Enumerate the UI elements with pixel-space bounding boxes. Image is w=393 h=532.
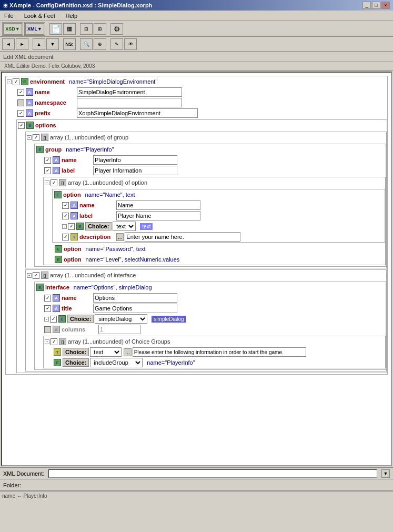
opt1-label-checkbox[interactable] xyxy=(62,213,69,219)
choice-include-label: Choice: xyxy=(63,358,89,367)
search-button[interactable]: 🔍 xyxy=(80,38,93,50)
opt1-name-checkbox[interactable] xyxy=(62,202,69,209)
iface-columns-input[interactable] xyxy=(98,325,140,334)
opt1-choice-checkbox[interactable] xyxy=(68,223,75,230)
group-label-checkbox[interactable] xyxy=(44,167,51,174)
opt1-choice-expand[interactable]: - xyxy=(62,224,67,229)
env-name-row: A name xyxy=(16,87,387,97)
iface-choice-expand[interactable]: - xyxy=(44,317,49,322)
array-choice-groups-expand[interactable]: - xyxy=(45,339,49,344)
array-option-row: - [] array (1...unbounded) of option xyxy=(44,177,385,188)
new-file-button[interactable]: 📄 xyxy=(49,23,62,35)
split-v-button[interactable]: ⊟ xyxy=(80,23,93,35)
environment-checkbox[interactable] xyxy=(13,78,19,85)
xml-doc-scroll[interactable]: ▼ xyxy=(381,469,390,478)
up-button[interactable]: ▲ xyxy=(33,38,45,50)
environment-attr: name="SimpleDialogEnvironment" xyxy=(69,78,157,85)
option2-attr: name="Password", text xyxy=(86,246,146,252)
ns-button[interactable]: NS: xyxy=(63,38,76,50)
options-label: options xyxy=(35,122,56,128)
menu-look-feel[interactable]: Look & Feel xyxy=(22,12,57,19)
group-name-icon: A xyxy=(52,156,61,164)
xml-doc-input[interactable] xyxy=(48,469,377,478)
array-option-label: array (1...unbounded) of option xyxy=(68,179,147,186)
choice-text-desc-btn[interactable]: ... xyxy=(124,348,131,356)
xsd-button[interactable]: XSD▼ xyxy=(3,23,22,35)
choice-text-row: T Choice: text ... xyxy=(52,347,385,357)
choice-text-desc-input[interactable] xyxy=(133,347,306,357)
group-name-input[interactable] xyxy=(93,155,177,165)
group-label-row: A label xyxy=(43,165,386,176)
back-button[interactable]: ◄ xyxy=(2,38,15,50)
option1-label: option xyxy=(63,192,81,198)
opt1-choice-select[interactable]: text xyxy=(113,222,136,231)
env-prefix-input[interactable] xyxy=(77,108,198,118)
minimize-button[interactable]: _ xyxy=(362,2,371,9)
iface-title-checkbox[interactable] xyxy=(44,305,51,312)
xml-editor-panel[interactable]: - E environment name="SimpleDialogEnviro… xyxy=(1,72,392,466)
iface-columns-checkbox[interactable] xyxy=(44,326,51,333)
options-row: E options xyxy=(17,120,387,131)
env-namespace-input[interactable] xyxy=(77,98,182,107)
split-h-button[interactable]: ⊞ xyxy=(94,23,106,35)
down-button[interactable]: ▼ xyxy=(46,38,59,50)
option3-row: E option name="Level", selectNumeric.val… xyxy=(52,254,385,265)
group-name-row: A name xyxy=(43,155,386,165)
group-name-checkbox[interactable] xyxy=(44,157,51,164)
environment-section: - E environment name="SimpleDialogEnviro… xyxy=(5,76,388,375)
env-prefix-checkbox[interactable] xyxy=(17,110,24,117)
array-group-icon: [] xyxy=(41,133,49,142)
environment-expand[interactable]: - xyxy=(7,79,12,84)
iface-choice-checkbox[interactable] xyxy=(50,316,57,323)
view-button[interactable]: ▦ xyxy=(63,23,76,35)
group-icon: E xyxy=(36,145,44,154)
env-prefix-icon: A xyxy=(25,109,34,117)
options-section: E options - [] xyxy=(16,119,387,373)
env-name-input[interactable] xyxy=(77,87,182,97)
nav-toolbar: ◄ ► ▲ ▼ NS: 🔍 ⊕ ✎ 👁 xyxy=(0,37,393,52)
zoom-button[interactable]: ⊕ xyxy=(94,38,106,50)
iface-name-checkbox[interactable] xyxy=(44,295,51,302)
menu-file[interactable]: File xyxy=(2,12,16,19)
iface-columns-icon: A xyxy=(52,325,61,334)
array-interface-row: - [] array (1...unbounded) of interface xyxy=(26,270,386,280)
iface-choice-select[interactable]: simpleDialog xyxy=(95,314,147,324)
options-checkbox[interactable] xyxy=(18,122,25,129)
group-label-input[interactable] xyxy=(93,166,177,175)
opt1-desc-label: description xyxy=(79,234,116,240)
menu-help[interactable]: Help xyxy=(63,12,79,19)
array-interface-expand[interactable]: - xyxy=(27,273,32,278)
opt1-name-input[interactable] xyxy=(116,200,200,210)
env-namespace-checkbox[interactable] xyxy=(17,99,24,106)
choice-text-select[interactable]: text xyxy=(90,347,122,357)
array-interface-label: array (1...unbounded) of interface xyxy=(50,272,136,278)
option2-icon: E xyxy=(54,245,63,253)
choice-include-attr: name="PlayerInfo" xyxy=(147,359,195,366)
eye-button[interactable]: 👁 xyxy=(124,38,137,50)
env-prefix-row: A prefix xyxy=(16,108,387,118)
iface-title-input[interactable] xyxy=(93,304,177,313)
opt1-choice-row: - E Choice: xyxy=(61,221,385,232)
close-button[interactable]: × xyxy=(381,2,390,9)
edit-button[interactable]: ✎ xyxy=(110,38,123,50)
env-name-checkbox[interactable] xyxy=(17,89,24,96)
array-option-expand[interactable]: - xyxy=(45,180,49,185)
array-group-expand[interactable]: - xyxy=(27,135,32,140)
array-interface-checkbox[interactable] xyxy=(33,272,39,279)
xml-button[interactable]: XML▼ xyxy=(25,23,44,35)
choice-text-label: Choice: xyxy=(63,348,89,356)
opt1-desc-checkbox[interactable] xyxy=(62,234,69,240)
array-group-checkbox[interactable] xyxy=(33,134,39,141)
option3-attr: name="Level", selectNumeric.values xyxy=(86,256,180,263)
opt1-label-input[interactable] xyxy=(116,211,200,220)
choice-include-select[interactable]: includeGroup xyxy=(90,358,143,367)
array-choice-groups-checkbox[interactable] xyxy=(51,338,57,345)
action-button[interactable]: ⚙ xyxy=(110,23,123,35)
array-option-checkbox[interactable] xyxy=(51,179,57,186)
maximize-button[interactable]: □ xyxy=(372,2,380,9)
opt1-desc-input[interactable] xyxy=(125,232,240,242)
group-section: E group name="PlayerInfo" xyxy=(34,144,386,267)
opt1-desc-btn[interactable]: ... xyxy=(116,233,124,241)
iface-name-input[interactable] xyxy=(93,293,177,303)
forward-button[interactable]: ► xyxy=(16,38,28,50)
